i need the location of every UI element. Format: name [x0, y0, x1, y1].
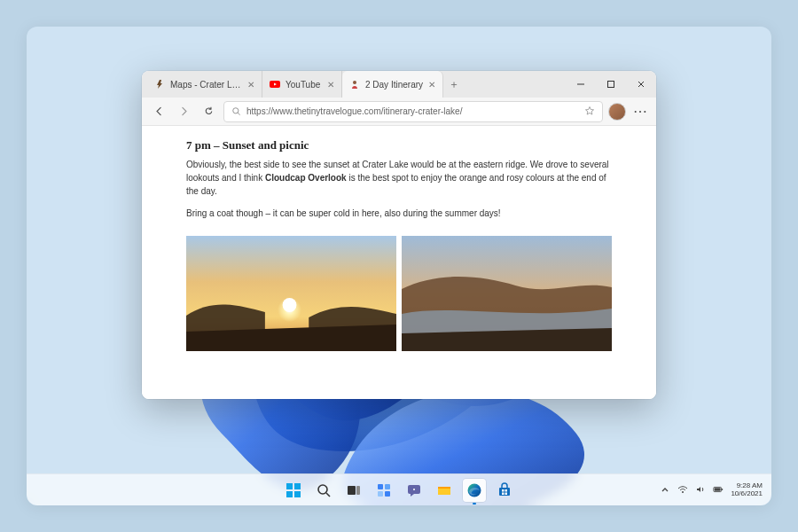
forward-button[interactable] [174, 102, 193, 121]
favorite-icon[interactable] [584, 104, 595, 120]
svg-point-1 [353, 81, 356, 84]
svg-rect-12 [286, 483, 293, 489]
svg-point-6 [233, 107, 239, 113]
section-heading: 7 pm – Sunset and picnic [186, 138, 612, 153]
svg-rect-32 [505, 492, 508, 495]
chevron-up-icon[interactable] [660, 482, 670, 498]
edge-button[interactable] [463, 479, 486, 502]
svg-rect-15 [294, 491, 301, 497]
close-icon[interactable]: ✕ [247, 80, 254, 90]
svg-rect-36 [715, 488, 721, 490]
svg-point-16 [318, 485, 327, 494]
volume-icon[interactable] [695, 482, 706, 498]
tab-label: YouTube [286, 80, 322, 90]
svg-rect-13 [294, 483, 301, 489]
minimize-button[interactable] [566, 71, 596, 98]
close-window-button[interactable] [626, 71, 656, 98]
svg-point-10 [283, 298, 297, 312]
search-icon [231, 104, 241, 120]
back-button[interactable] [149, 102, 168, 121]
text-bold: Cloudcap Overlook [265, 173, 347, 183]
tab-maps[interactable]: Maps - Crater Lake ✕ [147, 71, 262, 98]
profile-avatar[interactable] [608, 103, 626, 121]
chat-button[interactable] [403, 479, 426, 502]
svg-rect-18 [348, 486, 356, 495]
svg-point-33 [682, 491, 684, 493]
tab-label: Maps - Crater Lake [170, 80, 242, 90]
browser-toolbar: https://www.thetinytravelogue.com/itiner… [142, 98, 656, 126]
svg-rect-30 [505, 489, 508, 492]
sunset-photo-1 [186, 236, 396, 351]
svg-rect-22 [378, 491, 383, 497]
address-bar[interactable]: https://www.thetinytravelogue.com/itiner… [223, 101, 603, 122]
svg-rect-29 [502, 489, 505, 492]
tab-strip: Maps - Crater Lake ✕ YouTube ✕ 2 Day Iti… [142, 71, 566, 98]
youtube-icon [270, 79, 280, 90]
battery-icon[interactable] [713, 482, 724, 498]
tab-youtube[interactable]: YouTube ✕ [262, 71, 342, 98]
url-text: https://www.thetinytravelogue.com/itiner… [246, 106, 579, 116]
refresh-button[interactable] [199, 102, 218, 121]
maximize-button[interactable] [596, 71, 626, 98]
tab-label: 2 Day Itinerary [365, 80, 423, 90]
sunset-photo-2 [402, 236, 612, 351]
clock[interactable]: 9:28 AM 10/6/2021 [731, 482, 763, 498]
new-tab-button[interactable]: ＋ [443, 71, 465, 98]
page-content[interactable]: 7 pm – Sunset and picnic Obviously, the … [142, 126, 656, 399]
start-button[interactable] [282, 479, 305, 502]
file-explorer-button[interactable] [433, 479, 456, 502]
title-bar[interactable]: Maps - Crater Lake ✕ YouTube ✕ 2 Day Iti… [142, 71, 656, 98]
paragraph-1: Obviously, the best side to see the suns… [186, 158, 612, 198]
system-tray[interactable]: 9:28 AM 10/6/2021 [660, 482, 763, 498]
tab-itinerary[interactable]: 2 Day Itinerary ✕ [342, 71, 443, 98]
taskbar: 9:28 AM 10/6/2021 [27, 473, 771, 505]
paragraph-2: Bring a coat though – it can be super co… [186, 207, 612, 220]
svg-rect-35 [722, 489, 723, 490]
taskbar-center [282, 479, 516, 502]
image-row [186, 236, 612, 351]
nps-icon [154, 79, 165, 90]
browser-window: Maps - Crater Lake ✕ YouTube ✕ 2 Day Iti… [142, 71, 656, 399]
svg-rect-23 [385, 491, 390, 497]
close-icon[interactable]: ✕ [428, 80, 435, 90]
svg-rect-26 [438, 487, 450, 489]
svg-point-25 [413, 489, 415, 490]
widgets-button[interactable] [372, 479, 395, 502]
svg-rect-21 [385, 484, 390, 489]
window-controls [566, 71, 656, 98]
svg-rect-14 [286, 491, 293, 497]
date-text: 10/6/2021 [731, 490, 763, 498]
svg-rect-3 [608, 82, 614, 88]
svg-rect-28 [499, 488, 510, 496]
svg-rect-31 [502, 492, 505, 495]
svg-line-7 [238, 113, 239, 114]
close-icon[interactable]: ✕ [327, 80, 334, 90]
search-button[interactable] [312, 479, 335, 502]
svg-line-17 [326, 493, 330, 497]
task-view-button[interactable] [342, 479, 365, 502]
site-icon [349, 79, 360, 90]
wifi-icon[interactable] [677, 482, 688, 498]
more-menu-button[interactable]: ⋯ [631, 103, 649, 120]
store-button[interactable] [493, 479, 516, 502]
svg-rect-19 [356, 486, 360, 495]
svg-rect-20 [378, 484, 383, 489]
desktop: Maps - Crater Lake ✕ YouTube ✕ 2 Day Iti… [27, 27, 771, 505]
